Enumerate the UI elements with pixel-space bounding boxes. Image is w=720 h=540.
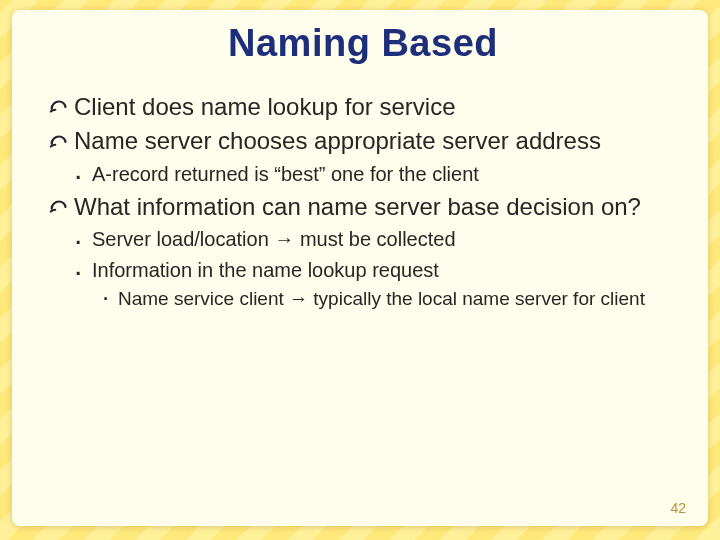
page-number: 42 <box>670 500 686 516</box>
bullet-text: What information can name server base de… <box>74 193 641 220</box>
bullet-text: Client does name lookup for service <box>74 93 456 120</box>
slide-title: Naming Based <box>48 22 678 65</box>
sub-text: A-record returned is “best” one for the … <box>92 163 479 185</box>
slide-card: Naming Based Client does name lookup for… <box>12 10 708 526</box>
bullet-sub: Information in the name lookup request <box>74 258 678 283</box>
bullet-sub: A-record returned is “best” one for the … <box>74 162 678 187</box>
bullet-main: Client does name lookup for service <box>48 93 678 121</box>
bullet-subsub: Name service client → typically the loca… <box>102 287 678 311</box>
sub-text: Information in the name lookup request <box>92 259 439 281</box>
sub-text: Server load/location → must be collected <box>92 228 456 250</box>
bullet-main: What information can name server base de… <box>48 193 678 221</box>
subsub-text: Name service client → typically the loca… <box>118 288 645 309</box>
bullet-main: Name server chooses appropriate server a… <box>48 127 678 155</box>
bullet-sub: Server load/location → must be collected <box>74 227 678 252</box>
bullet-text: Name server chooses appropriate server a… <box>74 127 601 154</box>
